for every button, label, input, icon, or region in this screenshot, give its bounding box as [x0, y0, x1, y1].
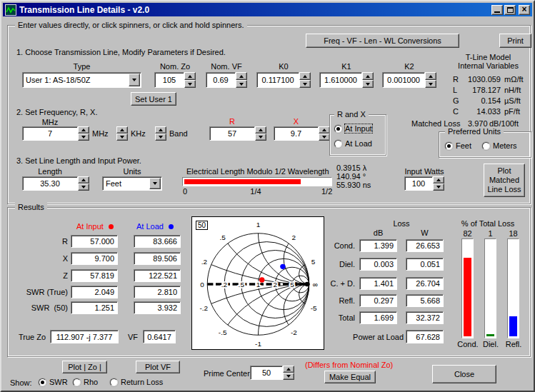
cond-loss-bar [461, 238, 474, 338]
close-window-button[interactable]: × [519, 5, 530, 15]
arrow-up-icon [436, 179, 441, 181]
tline-row-unit: mΩ/ft [504, 75, 524, 84]
spinner-up-button[interactable] [362, 72, 374, 80]
spinner-up-button[interactable] [319, 126, 330, 134]
true-zo-field: 112.907 -j 7.377 [50, 330, 119, 343]
spinner-up-button[interactable] [283, 366, 294, 373]
spinner-down-button[interactable] [319, 134, 330, 141]
arrow-down-icon [322, 136, 326, 139]
at-load-dot-icon [169, 224, 174, 229]
show-rho-radio-label: Rho [84, 378, 98, 386]
units-dropdown[interactable]: Feet [102, 176, 162, 191]
spinner-down-button[interactable] [236, 80, 247, 88]
spinner-up-button[interactable] [78, 176, 89, 184]
spinner-down-button[interactable] [433, 184, 444, 191]
show-swr-radio-label: SWR [49, 378, 68, 386]
spinner-down-button[interactable] [283, 373, 294, 380]
conversions-button[interactable]: Freq - VF - Len - WL Conversions [306, 34, 459, 48]
spinner-up-button[interactable] [433, 176, 444, 184]
frequency-khz-spinner [116, 126, 128, 141]
type-label: Type [22, 62, 141, 71]
electrical-length-bar-fill [184, 179, 301, 184]
prime-center-field[interactable]: 50 [250, 366, 283, 380]
vf-field: 0.6417 [143, 330, 176, 343]
show-swr-radio[interactable]: SWR [39, 378, 68, 386]
nom-zo-field[interactable]: 105 [154, 72, 184, 88]
arrow-up-icon [239, 75, 244, 78]
spinner-up-button[interactable] [155, 126, 166, 134]
smith-axis-label: .5 [239, 281, 245, 288]
differs-note: (Differs from Nominal Zo) [305, 361, 393, 369]
arrow-down-icon [120, 136, 124, 139]
cond-w-field: 26.653 [406, 239, 444, 252]
frequency-band-spinner [155, 126, 166, 141]
cond-plus-diel-w-field: 26.704 [406, 277, 444, 290]
frequency-field[interactable]: 7 [22, 126, 78, 141]
arrow-down-icon [188, 83, 192, 86]
result-row-label: SWR (50) [12, 303, 68, 312]
k2-field[interactable]: 0.001000 [382, 72, 425, 88]
close-button[interactable]: Close [432, 365, 496, 383]
arrow-up-icon [366, 75, 370, 78]
print-button[interactable]: Print [499, 34, 531, 48]
input-watts-spinner [433, 176, 444, 191]
swr-50-at-load-field: 3.932 [134, 301, 181, 314]
length-label: Length [22, 167, 78, 176]
spinner-up-button[interactable] [255, 126, 266, 134]
minimize-button[interactable] [491, 5, 503, 15]
k0-field[interactable]: 0.117100 [256, 72, 299, 88]
spinner-up-button[interactable] [116, 126, 128, 134]
spinner-down-button[interactable] [116, 134, 128, 141]
arrow-down-icon [81, 136, 86, 139]
x-field[interactable]: 9.7 [274, 126, 319, 141]
arrow-up-icon [259, 129, 263, 131]
spinner-down-button[interactable] [184, 80, 196, 88]
feet-radio[interactable]: Feet [445, 141, 471, 150]
units-dropdown-arrow-button[interactable] [149, 178, 161, 189]
nom-vf-field[interactable]: 0.69 [206, 72, 236, 88]
at-input-header: At Input [76, 222, 114, 231]
show-return-loss-radio[interactable]: Return Loss [110, 378, 163, 386]
refl-loss-bar-fill [509, 316, 517, 336]
make-equal-button[interactable]: Make Equal [324, 371, 376, 383]
at-input-radio[interactable]: At Input [334, 124, 372, 133]
spinner-down-button[interactable] [155, 134, 166, 141]
spinner-down-button[interactable] [255, 134, 266, 141]
type-dropdown-arrow-button[interactable] [129, 74, 140, 86]
tline-row-value: 0.154 [458, 96, 501, 105]
at-load-header-text: At Load [136, 222, 164, 231]
input-watts-field[interactable]: 100 [404, 176, 433, 191]
plot-vf-button[interactable]: Plot VF [136, 361, 180, 373]
type-dropdown[interactable]: User 1: AS-18/50Z [22, 72, 141, 88]
r-spinner [255, 126, 266, 141]
set-user-button[interactable]: Set User 1 [131, 92, 176, 106]
length-field[interactable]: 35.30 [22, 176, 78, 191]
spinner-down-button[interactable] [299, 80, 311, 88]
tline-row-unit: µS/ft [504, 96, 521, 105]
at-load-radio[interactable]: At Load [334, 139, 372, 148]
spinner-down-button[interactable] [78, 184, 89, 191]
loss-row-label: C. + D. [324, 279, 355, 288]
tline-row-sym: L [453, 86, 457, 94]
spinner-up-button[interactable] [425, 72, 436, 80]
spinner-down-button[interactable] [425, 80, 436, 88]
spinner-down-button[interactable] [362, 80, 374, 88]
plot-matched-line-loss-button[interactable]: Plot Matched Line Loss [484, 164, 525, 197]
maximize-button[interactable] [504, 5, 516, 15]
r-field[interactable]: 57 [209, 126, 255, 141]
k1-field[interactable]: 1.610000 [319, 72, 362, 88]
show-rho-radio[interactable]: Rho [73, 378, 98, 386]
spinner-up-button[interactable] [78, 126, 89, 134]
spinner-up-button[interactable] [184, 72, 196, 80]
pct-refl-label: Refl. [501, 340, 526, 348]
degrees-readout: 140.94 ° [336, 172, 366, 181]
smith-rim-label: 2 [292, 233, 296, 241]
cond-plus-diel-db-field: 1.401 [359, 277, 397, 290]
tline-model-subtitle: Internal Variables [445, 61, 531, 70]
app-icon[interactable] [5, 4, 16, 16]
plot-zo-button[interactable]: Plot | Zo | [62, 361, 107, 373]
spinner-down-button[interactable] [78, 134, 89, 141]
spinner-up-button[interactable] [299, 72, 311, 80]
spinner-up-button[interactable] [236, 72, 247, 80]
meters-radio[interactable]: Meters [482, 141, 517, 150]
